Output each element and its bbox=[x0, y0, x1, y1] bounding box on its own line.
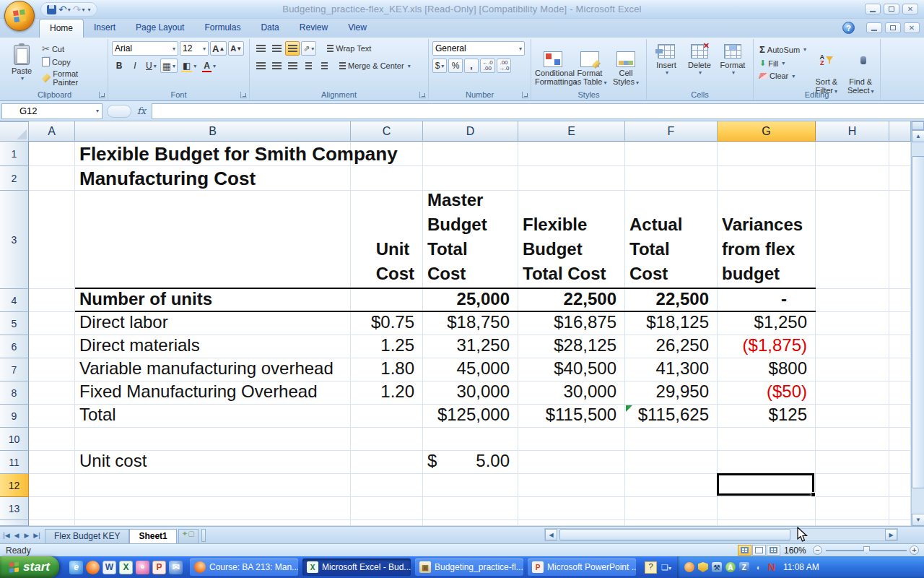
cell-styles-button[interactable]: Cell Styles▾ bbox=[609, 41, 643, 89]
cell-C10[interactable] bbox=[351, 428, 423, 451]
clipboard-dialog-launcher[interactable] bbox=[99, 92, 105, 98]
cell-G1[interactable] bbox=[718, 142, 816, 166]
comma-style-button[interactable]: , bbox=[464, 59, 479, 73]
sheet-tab-sheet1[interactable]: Sheet1 bbox=[129, 529, 176, 544]
paste-button[interactable]: Paste ▾ bbox=[5, 41, 38, 87]
outlook-icon[interactable]: ✉ bbox=[169, 561, 183, 574]
clear-button[interactable]: Clear▾ bbox=[757, 71, 808, 81]
cell-content-F4[interactable]: 22,500 bbox=[625, 289, 718, 312]
cell-content-B4[interactable]: Number of units bbox=[75, 289, 351, 312]
cell-A6[interactable] bbox=[29, 335, 75, 358]
column-header-G[interactable]: G bbox=[718, 121, 816, 142]
cell-content-C5[interactable]: $0.75 bbox=[351, 312, 423, 335]
row-header-7[interactable]: 7 bbox=[0, 358, 29, 381]
cell-B3[interactable] bbox=[75, 191, 351, 289]
cell-H2[interactable] bbox=[816, 166, 889, 191]
previous-sheet-button[interactable]: ◀ bbox=[12, 530, 22, 541]
tray-n-icon[interactable]: N bbox=[767, 562, 777, 572]
cell-H3[interactable] bbox=[816, 191, 889, 289]
cell-content-E3[interactable]: Flexible Budget Total Cost bbox=[518, 191, 625, 289]
zoom-slider-thumb[interactable] bbox=[863, 546, 870, 554]
normal-view-button[interactable] bbox=[738, 545, 751, 556]
cell-content-D6[interactable]: 31,250 bbox=[423, 335, 518, 358]
cell-H5[interactable] bbox=[816, 312, 889, 335]
wrap-text-button[interactable]: Wrap Text bbox=[325, 43, 373, 53]
cell-content-B8[interactable]: Fixed Manufacturing Overhead bbox=[75, 381, 351, 405]
number-format-select[interactable]: General▾ bbox=[432, 41, 525, 56]
cell-content-B2[interactable]: Manufacturing Cost bbox=[75, 166, 264, 191]
page-break-view-button[interactable] bbox=[767, 545, 780, 556]
cell-content-C8[interactable]: 1.20 bbox=[351, 381, 423, 405]
window-toolbar-icon[interactable]: ❏▾ bbox=[661, 563, 671, 572]
cell-content-F5[interactable]: $18,125 bbox=[625, 312, 718, 335]
cell-A7[interactable] bbox=[29, 358, 75, 381]
first-sheet-button[interactable]: |◀ bbox=[1, 530, 12, 541]
cell-filler[interactable] bbox=[889, 312, 911, 335]
restore-button[interactable] bbox=[884, 4, 899, 14]
cell-content-B6[interactable]: Direct materials bbox=[75, 335, 351, 358]
number-dialog-launcher[interactable] bbox=[522, 92, 528, 98]
cell-D10[interactable] bbox=[423, 428, 518, 451]
cut-button[interactable]: ✂Cut bbox=[40, 43, 105, 55]
fill-button[interactable]: ⬇Fill▾ bbox=[757, 58, 808, 69]
customize-qat-button[interactable]: ▾ bbox=[87, 7, 91, 13]
cell-C13[interactable] bbox=[351, 497, 423, 520]
cell-G12[interactable] bbox=[718, 474, 816, 497]
column-header-B[interactable]: B bbox=[75, 121, 351, 142]
cell-H6[interactable] bbox=[816, 335, 889, 358]
zoom-level[interactable]: 160% bbox=[784, 545, 806, 556]
cell-A10[interactable] bbox=[29, 428, 75, 451]
cell-content-D3[interactable]: Master Budget Total Cost bbox=[423, 191, 518, 289]
row-header-9[interactable]: 9 bbox=[0, 405, 29, 428]
row-header-10[interactable]: 10 bbox=[0, 428, 29, 451]
ribbon-tab-page-layout[interactable]: Page Layout bbox=[126, 19, 194, 38]
row-header-4[interactable]: 4 bbox=[0, 289, 29, 312]
cell-F11[interactable] bbox=[625, 451, 718, 474]
cell-H10[interactable] bbox=[816, 428, 889, 451]
column-header-H[interactable]: H bbox=[816, 121, 889, 142]
scroll-down-button[interactable]: ▼ bbox=[912, 514, 924, 526]
merge-center-button[interactable]: Merge & Center▾ bbox=[337, 61, 413, 71]
font-family-select[interactable]: Arial▾ bbox=[112, 41, 178, 56]
cell-filler[interactable] bbox=[889, 289, 911, 312]
cell-content-B5[interactable]: Direct labor bbox=[75, 312, 351, 335]
cell-content-B9[interactable]: Total bbox=[75, 405, 351, 428]
increase-decimal-button[interactable]: ←.0.00 bbox=[480, 59, 495, 73]
autosum-button[interactable]: ΣAutoSum▾ bbox=[757, 43, 808, 56]
select-all-corner[interactable] bbox=[0, 121, 29, 142]
cell-G10[interactable] bbox=[718, 428, 816, 451]
align-right-button[interactable] bbox=[285, 59, 300, 73]
row-header-12[interactable]: 12 bbox=[0, 474, 29, 497]
undo-button[interactable]: ↶▾ bbox=[58, 4, 71, 14]
cell-filler[interactable] bbox=[518, 520, 625, 526]
cell-C4[interactable] bbox=[351, 289, 423, 312]
italic-button[interactable]: I bbox=[128, 59, 142, 73]
scroll-left-button[interactable]: ◀ bbox=[545, 529, 557, 540]
ribbon-tab-view[interactable]: View bbox=[338, 19, 377, 38]
tray-shield-icon[interactable] bbox=[698, 562, 708, 572]
word-icon[interactable]: W bbox=[103, 561, 116, 574]
shrink-font-button[interactable]: A▼ bbox=[228, 41, 244, 56]
cell-E13[interactable] bbox=[518, 497, 625, 520]
format-painter-button[interactable]: Format Painter bbox=[40, 69, 105, 87]
row-header-5[interactable]: 5 bbox=[0, 312, 29, 335]
cell-C9[interactable] bbox=[351, 405, 423, 428]
office-button[interactable] bbox=[4, 1, 35, 31]
cell-B13[interactable] bbox=[75, 497, 351, 520]
cell-content-B7[interactable]: Variable manufacturing overhead bbox=[75, 358, 351, 381]
cell-H11[interactable] bbox=[816, 451, 889, 474]
help-button[interactable]: ? bbox=[842, 22, 855, 34]
cell-content-D4[interactable]: 25,000 bbox=[423, 289, 518, 312]
font-dialog-launcher[interactable] bbox=[240, 92, 247, 98]
cell-A5[interactable] bbox=[29, 312, 75, 335]
cell-A13[interactable] bbox=[29, 497, 75, 520]
cell-H13[interactable] bbox=[816, 497, 889, 520]
cell-A8[interactable] bbox=[29, 381, 75, 405]
cell-filler[interactable] bbox=[889, 166, 911, 191]
minimize-button[interactable] bbox=[865, 4, 881, 14]
column-header-filler[interactable] bbox=[889, 121, 911, 142]
cell-E11[interactable] bbox=[518, 451, 625, 474]
cell-filler[interactable] bbox=[351, 520, 423, 526]
align-center-button[interactable] bbox=[269, 59, 284, 73]
cell-C12[interactable] bbox=[351, 474, 423, 497]
